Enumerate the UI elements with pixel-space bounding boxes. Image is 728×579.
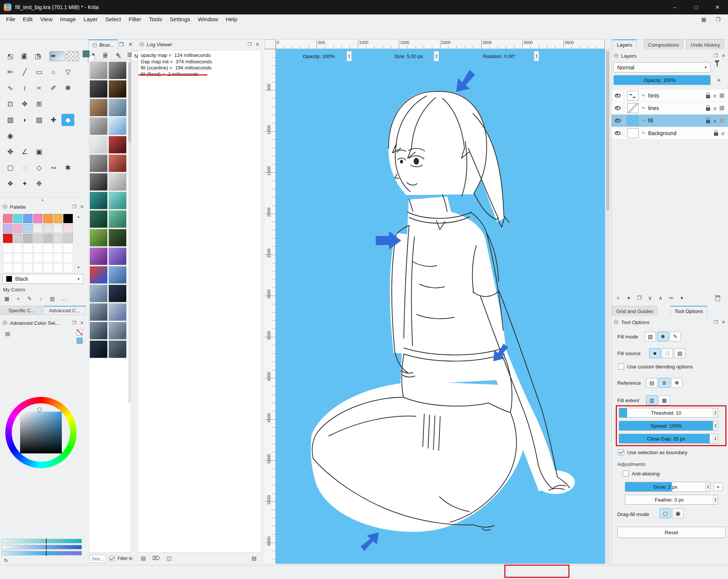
tool-color-sampler[interactable]: ◗ (18, 114, 31, 126)
tool-gradient[interactable]: ▧ (4, 114, 17, 126)
menu-item-window[interactable]: Window (194, 15, 222, 23)
no-color-icon[interactable] (77, 329, 83, 335)
tool-multibrush[interactable]: ❃ (61, 82, 74, 94)
palette-swatch[interactable] (63, 253, 73, 263)
layer-visibility-eye-icon[interactable] (615, 118, 621, 124)
tool-ellipse[interactable]: ○ (47, 66, 60, 78)
tab-advanced-color-selector[interactable]: Advanced C... (43, 306, 86, 315)
tool-bezier-select[interactable]: ❉ (33, 178, 46, 190)
fill-region-icon[interactable]: ▥ (646, 395, 657, 405)
palette-scroll-down-icon[interactable]: ▼ (75, 266, 82, 269)
tool-transform[interactable]: ⊡ (4, 98, 17, 110)
brush-preset[interactable] (89, 80, 108, 98)
duplicate-layer-icon[interactable]: ❐ (635, 294, 644, 302)
palette-swatch[interactable] (23, 214, 33, 223)
palette-swatch[interactable] (53, 214, 63, 223)
tool-line[interactable]: ╱ (18, 66, 31, 78)
tool-edit-shapes[interactable]: ✎ (33, 50, 46, 62)
layer-prop-alpha-icon[interactable]: α (714, 105, 716, 111)
brush-preset[interactable] (108, 154, 127, 172)
palette-swatch[interactable] (13, 214, 23, 223)
layer-prop-grid-icon[interactable] (720, 93, 724, 98)
window-layout-icon[interactable]: ❐ (714, 15, 723, 24)
layer-prop-alpha-icon[interactable]: α (714, 93, 716, 99)
view-mode-icon[interactable]: ▥ (125, 50, 134, 58)
tool-pattern-edit[interactable]: ▨ (33, 114, 46, 126)
brush-preset[interactable] (108, 285, 127, 302)
palette-swatch[interactable] (53, 244, 63, 253)
tool-crop[interactable]: ⊞ (33, 98, 46, 110)
layer-filter-icon[interactable] (714, 64, 720, 70)
reset-button[interactable]: Reset (617, 527, 726, 538)
layer-properties-options-icon[interactable]: ▾ (677, 294, 686, 302)
log-properties-icon[interactable]: ▤ (249, 554, 259, 562)
palette-swatch[interactable] (63, 263, 73, 272)
palette-swatch[interactable] (63, 224, 73, 233)
close-gap-slider[interactable]: Close Gap: 35 px (619, 434, 718, 444)
brush-preset[interactable] (89, 303, 108, 321)
brush-preset[interactable] (108, 210, 127, 228)
tool-polyline[interactable]: ∿ (4, 82, 17, 94)
tool-rectangle[interactable]: ▭ (33, 66, 46, 78)
palette-swatch[interactable] (43, 244, 53, 253)
menu-item-help[interactable]: Help (222, 15, 241, 23)
foreground-color-icon[interactable]: ■ (649, 348, 661, 358)
custom-blending-checkbox[interactable]: Use custom blending options (618, 363, 693, 370)
palette-swatch[interactable] (63, 214, 73, 223)
close-docker-icon[interactable]: ✕ (722, 53, 725, 58)
saturation-value-square[interactable] (20, 412, 62, 453)
palette-swatch[interactable] (13, 253, 23, 263)
brush-preset[interactable] (108, 340, 127, 358)
brush-preset[interactable] (108, 173, 127, 191)
clear-log-icon[interactable]: ⌦ (152, 554, 161, 562)
tab-brush-presets[interactable]: Brus... (88, 39, 118, 50)
tool-text[interactable]: T (18, 50, 31, 62)
tool-contiguous-select[interactable]: ✦ (18, 178, 31, 190)
palette-swatch[interactable] (43, 234, 53, 243)
preset-menu-icon[interactable]: ≡ (113, 50, 122, 58)
brush-preset[interactable] (89, 173, 108, 191)
tool-freehand-path[interactable]: ≈ (33, 82, 46, 94)
layer-prop-lock-icon[interactable] (714, 132, 718, 136)
bookmark-preset-icon[interactable]: ⊞ (101, 50, 110, 58)
tab-compositions[interactable]: Compositions (644, 39, 683, 50)
grow-link-icon[interactable]: ⌖ (714, 483, 723, 491)
canvas-vscrollbar[interactable] (606, 49, 610, 564)
palette-swatch[interactable] (63, 244, 73, 253)
close-gap-spinner[interactable] (713, 434, 718, 443)
add-layer-icon[interactable]: + (613, 294, 623, 302)
palette-swatch[interactable] (3, 253, 13, 263)
tool-select-shapes[interactable]: ↖ (4, 50, 17, 62)
palette-swatch[interactable] (33, 234, 43, 243)
palette-swatch[interactable] (23, 253, 33, 263)
palette-swatch[interactable] (53, 253, 63, 263)
menu-item-layer[interactable]: Layer (80, 15, 102, 23)
layer-row-hints[interactable]: ↷hintsα (612, 90, 728, 102)
tool-ellipse-select[interactable]: ◌ (18, 162, 31, 174)
brush-preset[interactable] (108, 61, 127, 79)
opacity-slider[interactable]: Opacity: 100% (290, 51, 352, 61)
fill-selection-icon[interactable]: ▧ (645, 332, 656, 341)
menu-item-view[interactable]: View (36, 15, 56, 23)
edit-color-icon[interactable]: ✎ (25, 294, 34, 303)
palette-swatch[interactable] (23, 224, 33, 233)
brush-preset[interactable] (108, 117, 127, 135)
palette-scroll-up-icon[interactable]: ▲ (75, 215, 82, 219)
save-log-icon[interactable]: ◫ (165, 554, 174, 562)
tool-reference-images[interactable]: ▣ (33, 146, 46, 158)
fill-contiguous-icon[interactable]: ✺ (657, 332, 668, 341)
move-layer-up-icon[interactable]: ∧ (656, 294, 665, 302)
brush-preset[interactable] (89, 117, 108, 135)
layer-properties-icon[interactable]: ≔ (667, 294, 676, 302)
brush-preset[interactable] (108, 80, 127, 98)
brush-preset[interactable] (89, 99, 108, 116)
log-settings-icon[interactable]: ▤ (139, 554, 148, 562)
feather-spinner[interactable] (713, 495, 718, 504)
grow-spinner[interactable] (705, 482, 710, 491)
lightness-strip[interactable] (2, 545, 82, 549)
layer-row-fill[interactable]: ↷fillα (612, 115, 728, 127)
close-docker-icon[interactable]: ✕ (80, 320, 84, 326)
tool-polygon-select[interactable]: ◇ (33, 162, 46, 174)
layer-blend-mode-dropdown[interactable]: Normal (613, 62, 711, 72)
menu-item-select[interactable]: Select (102, 15, 125, 23)
